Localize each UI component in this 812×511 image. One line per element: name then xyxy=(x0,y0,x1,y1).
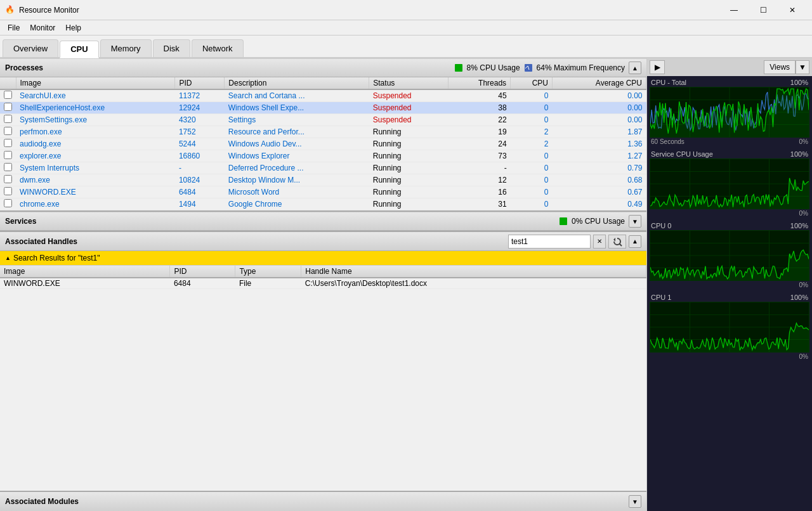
menu-monitor[interactable]: Monitor xyxy=(25,22,60,34)
tab-network[interactable]: Network xyxy=(192,39,244,57)
handles-col-image[interactable]: Image xyxy=(0,266,170,278)
table-row[interactable]: perfmon.exe 1752 Resource and Perfor... … xyxy=(0,126,646,138)
row-cpu: 0 xyxy=(511,89,553,102)
right-panel-header: ▶ Views ▼ xyxy=(647,58,812,76)
handles-section: Associated Handles ✕ ▲ ▲ Se xyxy=(0,231,646,491)
maximize-button[interactable]: ☐ xyxy=(749,0,778,20)
row-description: Google Chrome xyxy=(225,198,369,210)
handles-search-input[interactable] xyxy=(508,235,591,249)
row-checkbox[interactable] xyxy=(0,138,16,150)
table-row[interactable]: chrome.exe 1494 Google Chrome Running 31… xyxy=(0,198,646,210)
row-checkbox[interactable] xyxy=(0,162,16,174)
services-header[interactable]: Services 0% CPU Usage ▼ xyxy=(0,212,646,231)
col-cpu[interactable]: CPU xyxy=(511,77,553,89)
row-description: Resource and Perfor... xyxy=(225,126,369,138)
table-row[interactable]: audiodg.exe 5244 Windows Audio Dev... Ru… xyxy=(0,138,646,150)
chart-section-0: CPU - Total 100% 60 Seconds 0% xyxy=(647,76,812,148)
row-pid: 12924 xyxy=(175,102,225,114)
row-image: perfmon.exe xyxy=(16,126,175,138)
table-row[interactable]: WINWORD.EXE 6484 Microsoft Word Running … xyxy=(0,186,646,198)
table-row[interactable]: SystemSettings.exe 4320 Settings Suspend… xyxy=(0,114,646,126)
handles-col-name[interactable]: Handle Name xyxy=(301,266,646,278)
row-image: chrome.exe xyxy=(16,198,175,210)
row-checkbox[interactable] xyxy=(0,186,16,198)
row-cpu: 0 xyxy=(511,102,553,114)
table-row[interactable]: System Interrupts - Deferred Procedure .… xyxy=(0,162,646,174)
col-threads[interactable]: Threads xyxy=(449,77,511,89)
close-button[interactable]: ✕ xyxy=(778,0,807,20)
row-description: Settings xyxy=(225,114,369,126)
row-avg-cpu: 0.67 xyxy=(552,186,646,198)
chart-min-label: 0% xyxy=(799,281,808,288)
row-checkbox[interactable] xyxy=(0,102,16,114)
processes-section: Processes 8% CPU Usage 64% Maximum Frequ… xyxy=(0,58,646,210)
col-avg-cpu[interactable]: Average CPU xyxy=(552,77,646,89)
handles-collapse-btn[interactable]: ▲ xyxy=(629,235,641,248)
app-title: Resource Monitor xyxy=(19,6,79,15)
services-status: 0% CPU Usage ▼ xyxy=(559,215,641,228)
row-image: SearchUI.exe xyxy=(16,89,175,102)
row-pid: 1752 xyxy=(175,126,225,138)
title-bar: 🔥 Resource Monitor — ☐ ✕ xyxy=(0,0,812,20)
services-cpu-label: 0% CPU Usage xyxy=(572,217,625,226)
handles-col-pid[interactable]: PID xyxy=(170,266,235,278)
row-checkbox[interactable] xyxy=(0,174,16,186)
services-collapse-btn[interactable]: ▼ xyxy=(629,215,641,228)
handles-search-go[interactable] xyxy=(608,235,626,249)
tab-disk[interactable]: Disk xyxy=(153,39,190,57)
freq-icon xyxy=(524,63,533,72)
views-button[interactable]: Views xyxy=(764,60,796,74)
menu-help[interactable]: Help xyxy=(60,22,86,34)
row-avg-cpu: 1.36 xyxy=(552,138,646,150)
tab-overview[interactable]: Overview xyxy=(3,39,58,57)
row-checkbox[interactable] xyxy=(0,114,16,126)
row-pid: 16860 xyxy=(175,150,225,162)
handles-header: Associated Handles ✕ ▲ xyxy=(0,232,646,251)
col-pid[interactable]: PID xyxy=(175,77,225,89)
chart-label: CPU 0 xyxy=(651,222,671,230)
table-row[interactable]: dwm.exe 10824 Desktop Window M... Runnin… xyxy=(0,174,646,186)
col-image[interactable]: Image xyxy=(16,77,175,89)
row-threads: - xyxy=(449,162,511,174)
processes-collapse-btn[interactable]: ▲ xyxy=(629,61,641,74)
modules-section[interactable]: Associated Modules ▼ xyxy=(0,491,646,511)
table-row[interactable]: explorer.exe 16860 Windows Explorer Runn… xyxy=(0,150,646,162)
handle-image: WINWORD.EXE xyxy=(0,278,170,289)
minimize-button[interactable]: — xyxy=(719,0,749,20)
processes-table-container[interactable]: Image PID Description Status Threads CPU… xyxy=(0,77,646,210)
tab-cpu[interactable]: CPU xyxy=(60,41,98,58)
row-checkbox[interactable] xyxy=(0,150,16,162)
col-check[interactable] xyxy=(0,77,16,89)
col-description[interactable]: Description xyxy=(225,77,369,89)
tab-memory[interactable]: Memory xyxy=(100,39,152,57)
chart-max-label: 100% xyxy=(790,294,808,301)
handles-content[interactable]: Image PID Type Handle Name WINWORD.EXE 6… xyxy=(0,266,646,491)
row-avg-cpu: 0.49 xyxy=(552,198,646,210)
row-checkbox[interactable] xyxy=(0,198,16,210)
row-image: ShellExperienceHost.exe xyxy=(16,102,175,114)
row-image: System Interrupts xyxy=(16,162,175,174)
panel-expand-btn[interactable]: ▶ xyxy=(650,60,665,74)
views-dropdown[interactable]: ▼ xyxy=(796,60,809,74)
table-row[interactable]: WINWORD.EXE 6484 File C:\Users\Troyan\De… xyxy=(0,278,646,289)
col-status[interactable]: Status xyxy=(369,77,449,89)
menu-file[interactable]: File xyxy=(3,22,25,34)
chart-canvas xyxy=(650,302,809,353)
row-checkbox[interactable] xyxy=(0,126,16,138)
row-status: Running xyxy=(369,126,449,138)
modules-collapse-btn[interactable]: ▼ xyxy=(629,495,641,508)
row-checkbox[interactable] xyxy=(0,89,16,102)
row-status: Running xyxy=(369,150,449,162)
processes-header[interactable]: Processes 8% CPU Usage 64% Maximum Frequ… xyxy=(0,58,646,77)
table-row[interactable]: ShellExperienceHost.exe 12924 Windows Sh… xyxy=(0,102,646,114)
chart-max-label: 100% xyxy=(790,222,808,230)
chart-bottom-row: 0% xyxy=(650,281,809,291)
chart-bottom-row: 0% xyxy=(650,209,809,219)
row-cpu: 0 xyxy=(511,198,553,210)
table-row[interactable]: SearchUI.exe 11372 Search and Cortana ..… xyxy=(0,89,646,102)
row-pid: - xyxy=(175,162,225,174)
row-status: Running xyxy=(369,174,449,186)
handles-search-clear[interactable]: ✕ xyxy=(593,235,606,249)
handles-col-type[interactable]: Type xyxy=(235,266,301,278)
services-section: Services 0% CPU Usage ▼ xyxy=(0,210,646,231)
